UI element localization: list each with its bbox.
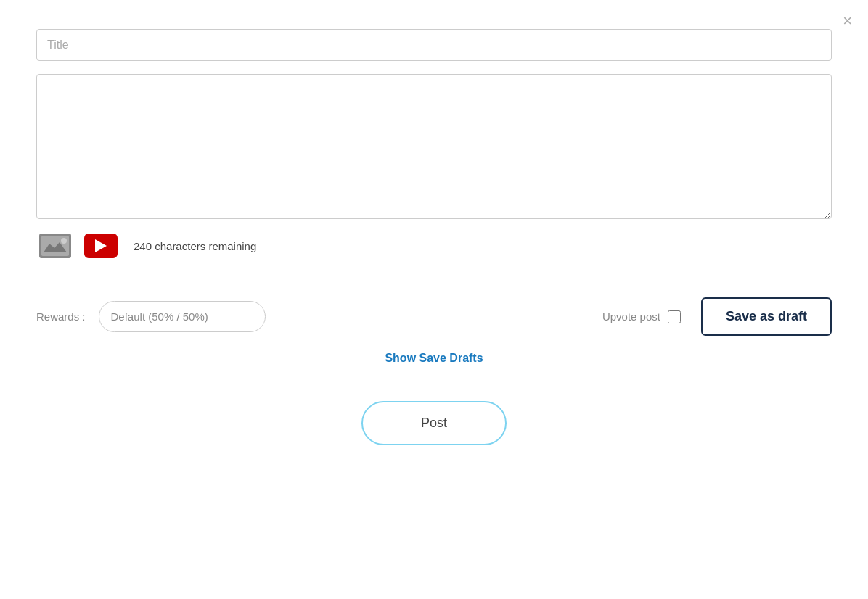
body-textarea[interactable] [36,74,832,219]
upvote-label: Upvote post [602,310,660,323]
upvote-row: Upvote post [602,310,681,323]
post-button[interactable]: Post [361,401,507,445]
image-icon [39,234,71,258]
upvote-checkbox[interactable] [668,310,681,323]
post-row: Post [36,401,832,445]
rewards-select[interactable]: Default (50% / 50%) Decline payout 100% … [99,301,266,332]
rewards-label: Rewards : [36,310,86,323]
rewards-row: Rewards : Default (50% / 50%) Decline pa… [36,297,832,336]
toolbar-row: 240 characters remaining [36,231,832,261]
svg-point-3 [61,238,67,244]
char-count: 240 characters remaining [134,240,256,252]
close-button[interactable]: × [843,13,852,29]
modal-container: × 240 characters remaining Rewards : [0,0,868,599]
image-icon-button[interactable] [36,231,74,261]
title-input[interactable] [36,29,832,61]
show-drafts-row: Show Save Drafts [36,352,832,365]
save-draft-button[interactable]: Save as draft [701,297,832,336]
show-drafts-button[interactable]: Show Save Drafts [385,352,483,365]
youtube-icon-button[interactable] [84,234,118,258]
